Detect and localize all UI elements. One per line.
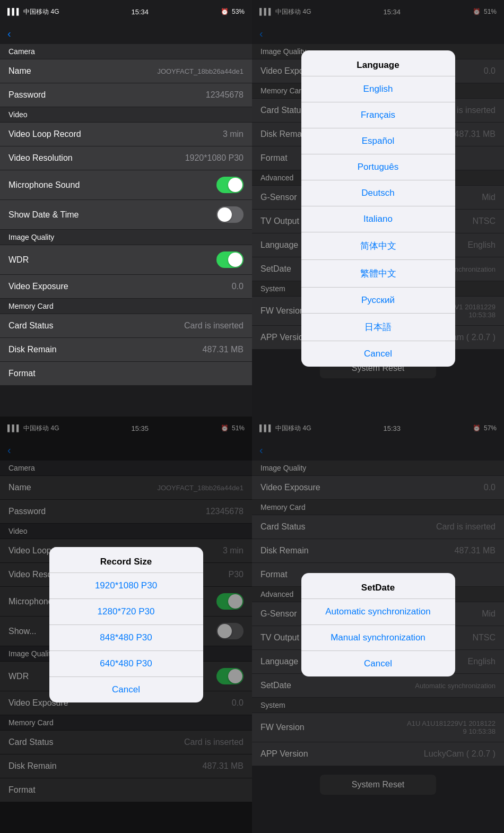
back-button-top-left[interactable]: ‹ bbox=[0, 23, 252, 44]
option-traditional-chinese[interactable]: 繁體中文 bbox=[301, 260, 455, 288]
option-1280[interactable]: 1280*720 P30 bbox=[49, 599, 203, 625]
panel-top-right: ▌▌▌ 中国移动 4G 15:34 ⏰ 51% ‹ Image Quality … bbox=[252, 0, 504, 416]
signal-icon: ▌▌▌ bbox=[7, 8, 21, 15]
option-manual-sync[interactable]: Manual synchronization bbox=[301, 625, 455, 651]
option-english[interactable]: English bbox=[301, 76, 455, 102]
label-show-date: Show Date & Time bbox=[8, 210, 79, 220]
option-francais[interactable]: Français bbox=[301, 102, 455, 128]
row-show-date: Show Date & Time bbox=[0, 200, 252, 229]
row-video-loop: Video Loop Record 3 min bbox=[0, 123, 252, 146]
battery-label: 53% bbox=[232, 8, 245, 15]
modal-title-record-size: Record Size bbox=[49, 547, 203, 572]
modal-title-language: Language bbox=[301, 50, 455, 76]
status-bar-top-left: ▌▌▌ 中国移动 4G 15:34 ⏰ 53% bbox=[0, 0, 252, 23]
label-microphone: Microphone Sound bbox=[8, 180, 80, 190]
option-russian[interactable]: Русский bbox=[301, 288, 455, 314]
label-password: Password bbox=[8, 90, 46, 100]
value-card-status: Card is inserted bbox=[184, 321, 244, 331]
record-size-modal: Record Size 1920*1080 P30 1280*720 P30 8… bbox=[49, 547, 203, 702]
toggle-knob-wdr bbox=[228, 253, 242, 267]
row-format[interactable]: Format bbox=[0, 362, 252, 385]
label-video-loop: Video Loop Record bbox=[8, 129, 81, 139]
option-1920[interactable]: 1920*1080 P30 bbox=[49, 573, 203, 599]
option-japanese[interactable]: 日本語 bbox=[301, 314, 455, 341]
panel-bottom-left: ▌▌▌ 中国移动 4G 15:35 ⏰ 51% ‹ Camera Name JO… bbox=[0, 416, 252, 833]
modal-cancel-record-size[interactable]: Cancel bbox=[49, 677, 203, 702]
time-label: 15:34 bbox=[131, 8, 149, 16]
value-video-resolution: 1920*1080 P30 bbox=[185, 153, 244, 163]
panel-bottom-right: ▌▌▌ 中国移动 4G 15:33 ⏰ 57% ‹ Image Quality … bbox=[252, 416, 504, 833]
modal-cancel-setdate[interactable]: Cancel bbox=[301, 651, 455, 676]
value-video-exposure: 0.0 bbox=[232, 282, 244, 291]
back-chevron-icon: ‹ bbox=[7, 28, 11, 40]
toggle-knob-microphone bbox=[228, 178, 242, 192]
label-disk-remain: Disk Remain bbox=[8, 345, 57, 354]
row-card-status: Card Status Card is inserted bbox=[0, 314, 252, 337]
section-image-quality: Image Quality bbox=[0, 230, 252, 245]
setdate-modal-overlay: SetDate Automatic synchronization Manual… bbox=[252, 416, 504, 833]
record-size-modal-overlay: Record Size 1920*1080 P30 1280*720 P30 8… bbox=[0, 416, 252, 833]
label-wdr: WDR bbox=[8, 255, 29, 265]
carrier-label: 中国移动 bbox=[23, 7, 49, 16]
network-label: 4G bbox=[51, 8, 59, 15]
settings-list-top-left: Camera Name JOOYFACT_18bb26a44de1 Passwo… bbox=[0, 44, 252, 386]
row-disk-remain: Disk Remain 487.31 MB bbox=[0, 338, 252, 361]
section-memory-card: Memory Card bbox=[0, 299, 252, 314]
option-simplified-chinese[interactable]: 简体中文 bbox=[301, 232, 455, 260]
option-deutsch[interactable]: Deutsch bbox=[301, 180, 455, 206]
option-640[interactable]: 640*480 P30 bbox=[49, 651, 203, 677]
section-video: Video bbox=[0, 107, 252, 122]
label-name: Name bbox=[8, 66, 31, 76]
option-portugues[interactable]: Português bbox=[301, 154, 455, 180]
modal-cancel-language[interactable]: Cancel bbox=[301, 341, 455, 367]
setdate-modal: SetDate Automatic synchronization Manual… bbox=[301, 573, 455, 676]
label-video-exposure: Video Exposure bbox=[8, 282, 68, 291]
value-disk-remain: 487.31 MB bbox=[203, 345, 244, 354]
toggle-show-date[interactable] bbox=[216, 206, 244, 223]
row-wdr: WDR bbox=[0, 245, 252, 274]
row-video-exposure: Video Exposure 0.0 bbox=[0, 275, 252, 298]
label-video-resolution: Video Resolution bbox=[8, 153, 73, 163]
modal-title-setdate: SetDate bbox=[301, 573, 455, 598]
language-modal: Language English Français Español Portug… bbox=[301, 50, 455, 367]
row-name: Name JOOYFACT_18bb26a44de1 bbox=[0, 59, 252, 83]
row-microphone: Microphone Sound bbox=[0, 170, 252, 199]
toggle-microphone[interactable] bbox=[216, 177, 244, 193]
option-848[interactable]: 848*480 P30 bbox=[49, 625, 203, 651]
panel-top-left: ▌▌▌ 中国移动 4G 15:34 ⏰ 53% ‹ Camera Name JO… bbox=[0, 0, 252, 416]
row-video-resolution: Video Resolution 1920*1080 P30 bbox=[0, 146, 252, 170]
alarm-icon: ⏰ bbox=[221, 8, 229, 15]
option-espanol[interactable]: Español bbox=[301, 128, 455, 154]
toggle-knob-show-date bbox=[218, 207, 232, 222]
value-video-loop: 3 min bbox=[223, 129, 244, 139]
section-camera: Camera bbox=[0, 44, 252, 59]
option-italiano[interactable]: Italiano bbox=[301, 206, 455, 232]
value-name: JOOYFACT_18bb26a44de1 bbox=[157, 67, 244, 75]
label-format: Format bbox=[8, 369, 36, 378]
toggle-wdr[interactable] bbox=[216, 251, 244, 268]
label-card-status: Card Status bbox=[8, 321, 53, 331]
option-auto-sync[interactable]: Automatic synchronization bbox=[301, 599, 455, 625]
language-modal-overlay: Language English Français Español Portug… bbox=[252, 0, 504, 416]
value-password: 12345678 bbox=[206, 90, 244, 100]
row-password: Password 12345678 bbox=[0, 83, 252, 107]
